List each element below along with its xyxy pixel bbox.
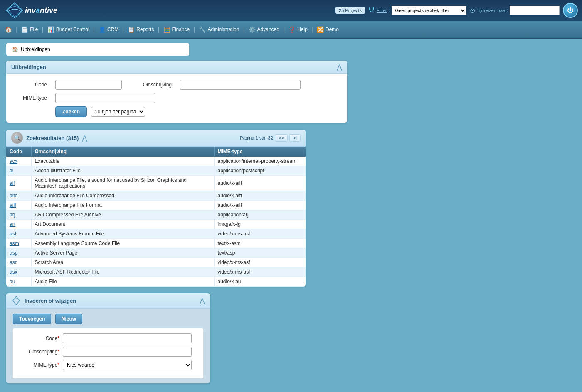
omschrijving-input[interactable] xyxy=(180,80,301,90)
table-row: arjARJ Compressed File Archiveapplicatio… xyxy=(6,210,306,220)
filter-section: ⛉ Filter : Geen projectspecifiek filter xyxy=(368,6,466,15)
filter-sep: : xyxy=(389,8,390,13)
cell-code[interactable]: asr xyxy=(6,258,31,267)
nav-advanced-label: Advanced xyxy=(257,27,279,32)
code-input[interactable] xyxy=(55,80,122,90)
advanced-icon: ⚙️ xyxy=(249,26,256,33)
cell-mime: audio/x-au xyxy=(214,277,306,287)
rows-per-page-select[interactable]: 10 rijen per pagina 25 rijen per pagina … xyxy=(91,107,145,117)
omschrijving-label: Omschrijving xyxy=(130,82,172,88)
code-label: Code xyxy=(14,82,47,88)
nav-crm[interactable]: 👤 CRM xyxy=(95,21,122,38)
search-panel: Uitbreidingen ⋀ Code Omschrijving MIME-t… xyxy=(6,61,347,123)
nav-home[interactable]: 🏠 xyxy=(2,21,15,38)
table-row: aiffAudio Interchange File Formataudio/x… xyxy=(6,201,306,210)
cell-omschrijving: Audio File xyxy=(31,277,214,287)
add-panel-title: Invoeren of wijzigen xyxy=(11,296,76,306)
add-panel-icon xyxy=(11,296,21,306)
add-omschrijving-input[interactable] xyxy=(63,347,192,357)
add-panel: Invoeren of wijzigen ⋀ Toevoegen Nieuw C… xyxy=(6,293,210,383)
cell-code[interactable]: aif xyxy=(6,176,31,191)
table-row: artArt Documentimage/x-jg xyxy=(6,220,306,229)
tijdreizen-input[interactable] xyxy=(510,6,560,15)
logo-area: invantive xyxy=(4,2,57,19)
filter-select[interactable]: Geen projectspecifiek filter xyxy=(392,6,466,15)
cell-code[interactable]: arj xyxy=(6,210,31,220)
power-button[interactable]: ⏻ xyxy=(563,3,578,18)
search-panel-collapse[interactable]: ⋀ xyxy=(337,63,342,71)
cell-omschrijving: Audio Interchange File, a sound format u… xyxy=(31,176,214,191)
power-icon: ⏻ xyxy=(567,7,574,14)
nav-reports[interactable]: 📋 Reports xyxy=(124,21,157,38)
cell-omschrijving: Advanced Systems Format File xyxy=(31,229,214,239)
add-form-row-omschrijving: Omschrijving* xyxy=(18,347,198,357)
cell-mime: text/x-asm xyxy=(214,239,306,248)
col-code: Code xyxy=(6,147,31,157)
nav-advanced[interactable]: ⚙️ Advanced xyxy=(245,21,283,38)
mime-label: MIME-type xyxy=(14,95,47,101)
results-table-wrap: Code Omschrijving MIME-type acxExecutabl… xyxy=(6,147,306,287)
nav-administration[interactable]: 🔧 Administration xyxy=(195,21,242,38)
filter-funnel-icon: ⛉ xyxy=(368,7,375,14)
add-panel-body: Toevoegen Nieuw Code* Omschrijving* xyxy=(6,309,210,383)
nav-demo[interactable]: 🔀 Demo xyxy=(313,21,342,38)
nav-finance[interactable]: 🧮 Finance xyxy=(160,21,193,38)
cell-mime: text/asp xyxy=(214,248,306,258)
cell-mime: video/x-ms-asf xyxy=(214,229,306,239)
cell-mime: audio/x-aiff xyxy=(214,191,306,201)
home-icon: 🏠 xyxy=(5,26,12,33)
cell-code[interactable]: asf xyxy=(6,229,31,239)
cell-omschrijving: Adobe Illustrator File xyxy=(31,166,214,176)
cell-mime: application/arj xyxy=(214,210,306,220)
nav-budget-control[interactable]: 📊 Budget Control xyxy=(44,21,93,38)
cell-code[interactable]: au xyxy=(6,277,31,287)
form-row-code-omschrijving: Code Omschrijving xyxy=(14,80,340,90)
nav-help[interactable]: ❓ Help xyxy=(285,21,311,38)
cell-code[interactable]: asx xyxy=(6,267,31,277)
pagination-last[interactable]: >| xyxy=(289,134,301,142)
pagination-next[interactable]: >> xyxy=(275,134,288,142)
top-bar: invantive 25 Projects ⛉ Filter : Geen pr… xyxy=(0,0,582,21)
nav-file[interactable]: 📄 File xyxy=(18,21,41,38)
mime-input[interactable] xyxy=(55,93,155,103)
filter-link[interactable]: Filter xyxy=(377,8,387,13)
file-icon: 📄 xyxy=(21,26,28,33)
help-icon: ❓ xyxy=(289,26,296,33)
cell-omschrijving: Active Server Page xyxy=(31,248,214,258)
cell-omschrijving: Art Document xyxy=(31,220,214,229)
cell-code[interactable]: asp xyxy=(6,248,31,258)
cell-omschrijving: Executable xyxy=(31,157,214,166)
tijdreizen-label: Tijdreizen naar: xyxy=(477,8,508,13)
pagination-text: Pagina 1 van 32 xyxy=(240,135,273,140)
search-panel-body: Code Omschrijving MIME-type Zoeken 10 ri… xyxy=(6,74,347,123)
results-table: Code Omschrijving MIME-type acxExecutabl… xyxy=(6,147,306,287)
projects-badge: 25 Projects xyxy=(335,7,365,14)
administration-icon: 🔧 xyxy=(199,26,206,33)
cell-code[interactable]: aiff xyxy=(6,201,31,210)
results-panel-header: 🔍 Zoekresultaten (315) ⋀ Pagina 1 van 32… xyxy=(6,130,306,147)
tijdreizen-section: ⊙ Tijdreizen naar: xyxy=(470,6,560,15)
toevoegen-button[interactable]: Toevoegen xyxy=(13,314,51,324)
cell-code[interactable]: ai xyxy=(6,166,31,176)
logo-icon xyxy=(4,2,25,19)
cell-mime: application/internet-property-stream xyxy=(214,157,306,166)
finance-icon: 🧮 xyxy=(163,26,170,33)
table-row: asrScratch Areavideo/x-ms-asf xyxy=(6,258,306,267)
cell-code[interactable]: asm xyxy=(6,239,31,248)
cell-code[interactable]: aifc xyxy=(6,191,31,201)
add-panel-collapse[interactable]: ⋀ xyxy=(200,297,205,305)
add-mime-select[interactable]: Kies waarde xyxy=(63,360,192,370)
form-row-mime: MIME-type xyxy=(14,93,340,103)
svg-marker-2 xyxy=(13,296,20,305)
zoeken-button[interactable]: Zoeken xyxy=(55,106,87,117)
cell-code[interactable]: acx xyxy=(6,157,31,166)
add-code-input[interactable] xyxy=(63,333,192,343)
col-mime: MIME-type xyxy=(214,147,306,157)
nieuw-button[interactable]: Nieuw xyxy=(55,314,82,324)
search-panel-header: Uitbreidingen ⋀ xyxy=(6,61,347,74)
results-title: 🔍 Zoekresultaten (315) ⋀ xyxy=(11,132,87,144)
cell-code[interactable]: art xyxy=(6,220,31,229)
results-panel-collapse[interactable]: ⋀ xyxy=(82,134,87,142)
col-omschrijving: Omschrijving xyxy=(31,147,214,157)
add-form-row-mime: MIME-type* Kies waarde xyxy=(18,360,198,370)
